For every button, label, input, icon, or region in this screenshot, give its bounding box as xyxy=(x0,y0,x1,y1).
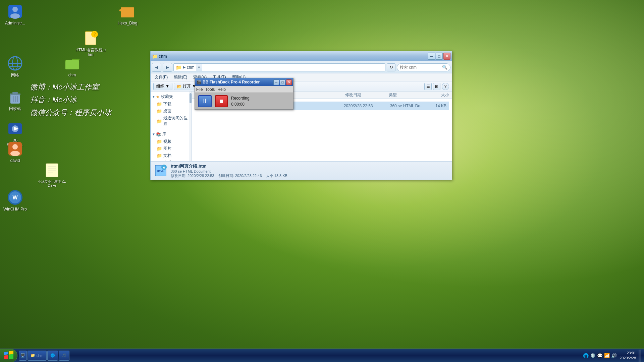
svg-point-25 xyxy=(12,144,18,149)
favorites-star-icon: ★ xyxy=(156,95,160,99)
address-folder-icon: 📁 xyxy=(176,65,181,70)
flashback-title: BB FlashBack Pro 4 Recorder xyxy=(203,80,272,84)
file-date: 2020/2/28 22:53 xyxy=(344,104,387,108)
library-header[interactable]: ▼ 📚 库 xyxy=(151,130,189,138)
status-file-name: html网页介绍.htm xyxy=(171,163,448,169)
video-folder-icon: 📁 xyxy=(157,139,162,144)
svg-text:W: W xyxy=(12,195,18,200)
flashback-body: ⏸ ■ Recording: 0:00:00 xyxy=(195,93,293,109)
created-label: 创建日期: 2020/2/28 22:46 xyxy=(218,174,262,178)
close-button[interactable]: ✕ xyxy=(443,53,450,60)
menu-edit[interactable]: 编辑(E) xyxy=(171,74,190,81)
desktop-icon-html-chm[interactable]: ? HTML语言教程.chm xyxy=(75,30,106,57)
desktop-icon-chm[interactable]: chm xyxy=(59,55,86,77)
taskbar: 🖥️ 📁 chm 🌐 🎵 🌐 🛡️ 💬 📶 🔊 23:01 2020/2/28 xyxy=(0,349,644,362)
fb-menu-file[interactable]: File xyxy=(196,87,203,92)
fb-stop-button[interactable]: ■ xyxy=(215,95,228,107)
start-button[interactable] xyxy=(0,349,17,362)
taskbar-clock[interactable]: 23:01 2020/2/28 xyxy=(620,351,636,360)
sidebar-item-desktop[interactable]: 📁 桌面 xyxy=(151,108,189,115)
desktop-icon-hexo[interactable]: Hexo_Blog xyxy=(114,3,141,25)
fb-menu-tools[interactable]: Tools xyxy=(205,87,215,92)
explorer-sidebar: ▼ ★ 收藏夹 📁 下载 📁 桌面 📁 最近访问的位置 xyxy=(151,92,189,161)
desktop-icon-recycle[interactable]: 回收站 xyxy=(2,89,29,111)
refresh-button[interactable]: ↻ xyxy=(387,63,395,71)
volume-tray-icon[interactable]: 🔊 xyxy=(611,353,617,358)
sidebar-item-document[interactable]: 📁 文档 xyxy=(151,152,189,159)
fb-pause-icon: ⏸ xyxy=(202,98,208,105)
taskbar-btn-explorer[interactable]: 📁 chm xyxy=(28,351,47,361)
sidebar-item-recent[interactable]: 📁 最近访问的位置 xyxy=(151,115,189,127)
desktop-icon-network[interactable]: 网络 xyxy=(2,55,29,77)
explorer-status-bar: e HTML html网页介绍.htm 360 se HTML Document… xyxy=(151,161,452,180)
svg-rect-16 xyxy=(10,94,20,95)
forward-button[interactable]: ▶ xyxy=(163,63,172,72)
taskbar-btn-desktop[interactable]: 🖥️ xyxy=(19,351,27,361)
fb-minimize-button[interactable]: ─ xyxy=(273,79,279,85)
search-bar[interactable]: 🔍 xyxy=(397,63,450,71)
security-tray-icon[interactable]: 🛡️ xyxy=(590,353,596,358)
chm-icon xyxy=(64,55,80,71)
list-view-button[interactable]: ☰ xyxy=(424,83,432,90)
open-label: 打开 ▼ xyxy=(183,83,196,89)
show-desktop-btn[interactable] xyxy=(639,350,641,362)
sidebar-scrollbar[interactable] xyxy=(189,92,192,161)
network-tray-icon[interactable]: 🌐 xyxy=(583,353,589,358)
search-icon: 🔍 xyxy=(442,65,447,70)
desktop-icon-david[interactable]: david xyxy=(2,141,29,163)
help-btn-explorer[interactable]: ? xyxy=(442,83,449,90)
maximize-button[interactable]: □ xyxy=(436,53,443,60)
video-label: 视频 xyxy=(163,139,171,144)
svg-rect-14 xyxy=(65,60,79,69)
fb-maximize-button[interactable]: □ xyxy=(280,79,285,85)
recycle-label: 回收站 xyxy=(9,106,21,111)
winchm-label: WinCHM Pro xyxy=(3,207,27,212)
picture-label: 图片 xyxy=(163,146,171,152)
desktop-icon-xb[interactable]: 小冰专业记事本v1.2.exe xyxy=(37,162,67,188)
col-header-size: 大小 xyxy=(422,92,449,98)
svg-text:HTML: HTML xyxy=(157,170,164,173)
file-size: 14 KB xyxy=(426,104,446,108)
taskbar-btn-media[interactable]: 🎵 xyxy=(59,351,69,361)
address-bar[interactable]: 📁 ▶ chm ▼ xyxy=(173,63,385,71)
desktop-icon-tb: 🖥️ xyxy=(20,353,25,358)
status-file-icon: e HTML xyxy=(155,165,167,177)
desktop-icon-admin[interactable]: Administr... xyxy=(2,3,29,25)
details-view-button[interactable]: ⊞ xyxy=(433,83,440,90)
menu-file[interactable]: 文件(F) xyxy=(152,74,170,81)
taskbar-programs: 🖥️ 📁 chm 🌐 🎵 xyxy=(17,349,71,362)
document-label: 文档 xyxy=(163,153,171,159)
explorer-nav: ◀ ▶ 📁 ▶ chm ▼ ↻ 🔍 xyxy=(151,61,452,73)
fb-pause-button[interactable]: ⏸ xyxy=(198,95,212,107)
favorites-section: ▼ ★ 收藏夹 📁 下载 📁 桌面 📁 最近访问的位置 xyxy=(151,93,189,127)
xb-icon xyxy=(44,162,60,178)
fb-close-button[interactable]: ✕ xyxy=(286,79,292,85)
fb-time: 0:00:00 xyxy=(231,101,251,107)
sidebar-item-video[interactable]: 📁 视频 xyxy=(151,138,189,145)
network-label: 网络 xyxy=(11,73,19,77)
xb-label: 小冰专业记事本v1.2.exe xyxy=(37,180,67,188)
signal-tray-icon[interactable]: 📶 xyxy=(604,353,610,358)
social-text: 微博：Mc小冰工作室 抖音：Mc小冰 微信公众号：程序员小冰 xyxy=(30,82,111,120)
back-button[interactable]: ◀ xyxy=(152,63,161,72)
status-file-info: html网页介绍.htm 360 se HTML Document 修改日期: … xyxy=(171,163,448,178)
address-dropdown[interactable]: ▼ xyxy=(196,64,202,71)
taskbar-btn-ie[interactable]: 🌐 xyxy=(47,351,58,361)
desktop-icon-winchm[interactable]: W WinCHM Pro xyxy=(2,189,29,212)
favorites-header[interactable]: ▼ ★ 收藏夹 xyxy=(151,93,189,101)
window-controls: ─ □ ✕ xyxy=(428,53,450,60)
organize-button[interactable]: 组织 ▼ xyxy=(153,83,172,90)
qq-tray-icon[interactable]: 💬 xyxy=(597,353,603,358)
minimize-button[interactable]: ─ xyxy=(428,53,435,60)
sidebar-divider-1 xyxy=(153,129,186,129)
sidebar-item-download[interactable]: 📁 下载 xyxy=(151,101,189,108)
flashback-titlebar: 🎬 BB FlashBack Pro 4 Recorder ─ □ ✕ xyxy=(195,78,293,86)
picture-folder-icon: 📁 xyxy=(157,146,162,151)
search-input[interactable] xyxy=(400,65,441,70)
fb-menu-help[interactable]: Help xyxy=(217,87,226,92)
explorer-titlebar: 📁 chm ─ □ ✕ xyxy=(151,51,452,61)
svg-rect-17 xyxy=(12,92,18,94)
taskbar-system-icons: 🌐 🛡️ 💬 📶 🔊 xyxy=(583,353,617,358)
flashback-menu: File Tools Help xyxy=(195,86,293,93)
sidebar-item-picture[interactable]: 📁 图片 xyxy=(151,145,189,152)
